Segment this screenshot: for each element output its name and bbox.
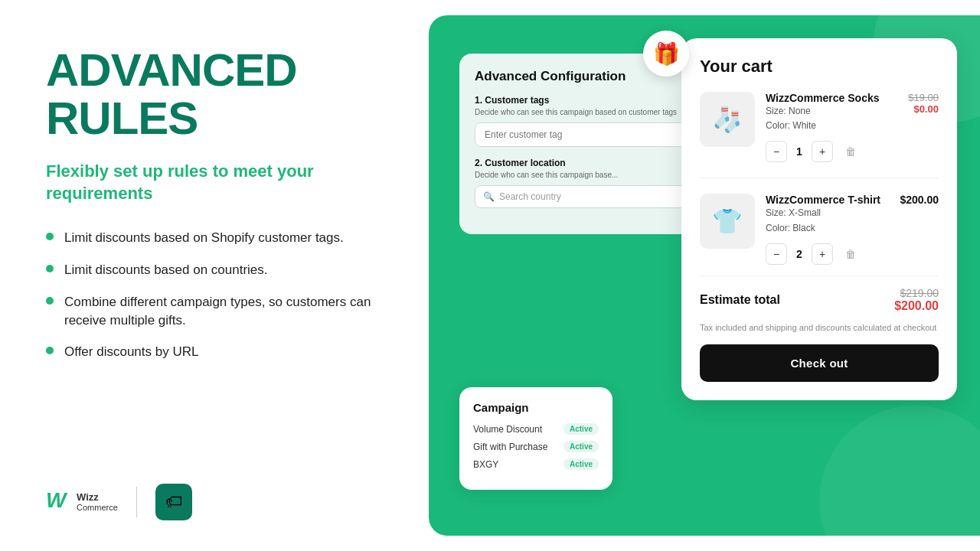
main-title: ADVANCED RULES bbox=[46, 46, 390, 142]
estimate-label: Estimate total bbox=[700, 293, 780, 307]
qty-control-socks: − 1 + 🗑 bbox=[766, 141, 939, 162]
price-original-socks: $19.00 bbox=[908, 92, 939, 103]
bullet-dot bbox=[46, 265, 54, 272]
country-search-input[interactable]: 🔍 Search country bbox=[475, 185, 689, 208]
campaign-title: Campaign bbox=[473, 401, 599, 414]
item-name-socks: WizzCommerce Socks bbox=[766, 92, 879, 104]
item-prices-tshirt: $200.00 bbox=[900, 194, 939, 206]
item-details-socks: WizzCommerce Socks Size: None Color: Whi… bbox=[766, 92, 939, 162]
left-content: ADVANCED RULES Flexibly set up rules to … bbox=[46, 46, 390, 361]
qty-control-tshirt: − 2 + 🗑 bbox=[766, 243, 939, 265]
discount-badge: 🏷 bbox=[155, 484, 192, 520]
deco-circle-bottom bbox=[819, 406, 980, 536]
qty-increase-tshirt[interactable]: + bbox=[812, 243, 833, 265]
qty-number-socks: 1 bbox=[793, 145, 805, 158]
list-item: Offer discounts by URL bbox=[46, 343, 390, 361]
price-discounted-socks: $0.00 bbox=[908, 103, 939, 115]
price-tshirt: $200.00 bbox=[900, 194, 939, 206]
right-panel: Advanced Configuration 1. Customer tags … bbox=[429, 15, 980, 536]
estimate-prices: $219.00 $200.00 bbox=[894, 287, 939, 313]
item-name-tshirt: WizzCommerce T-shirt bbox=[766, 194, 880, 206]
bullet-dot bbox=[46, 297, 54, 305]
item-size-tshirt: Size: X-Small bbox=[766, 206, 880, 220]
tax-note: Tax included and shipping and discounts … bbox=[700, 322, 939, 334]
bullet-list: Limit discounts based on Shopify custome… bbox=[46, 229, 390, 361]
item-info-tshirt: WizzCommerce T-shirt Size: X-Small Color… bbox=[766, 194, 880, 235]
item-prices-socks: $19.00 $0.00 bbox=[908, 92, 939, 115]
adv-config-section-tags: 1. Customer tags Decide who can see this… bbox=[475, 95, 689, 147]
active-badge-2: Active bbox=[564, 441, 599, 452]
campaign-name-1: Volume Discount bbox=[473, 424, 542, 435]
item-color-socks: Color: White bbox=[766, 119, 879, 133]
country-placeholder: Search country bbox=[499, 191, 561, 202]
svg-text:W: W bbox=[46, 489, 68, 510]
cart-card: Your cart 🧦 WizzCommerce Socks Size: Non… bbox=[681, 38, 957, 400]
item-image-socks: 🧦 bbox=[700, 92, 755, 147]
search-icon: 🔍 bbox=[483, 191, 495, 202]
campaign-name-3: BXGY bbox=[473, 459, 498, 470]
gift-circle: 🎁 bbox=[643, 31, 689, 77]
list-item: Combine different campaign types, so cus… bbox=[46, 293, 390, 330]
item-size-socks: Size: None bbox=[766, 104, 879, 119]
left-panel: ADVANCED RULES Flexibly set up rules to … bbox=[0, 0, 429, 551]
item-image-tshirt: 👕 bbox=[700, 194, 755, 249]
item-price-row-tshirt: WizzCommerce T-shirt Size: X-Small Color… bbox=[766, 194, 939, 235]
qty-number-tshirt: 2 bbox=[793, 248, 805, 260]
item-details-tshirt: WizzCommerce T-shirt Size: X-Small Color… bbox=[766, 194, 939, 264]
footer-divider bbox=[136, 487, 137, 517]
estimate-section: Estimate total $219.00 $200.00 bbox=[700, 287, 939, 313]
campaign-row-1: Volume Discount Active bbox=[473, 423, 599, 435]
cart-item-socks: 🧦 WizzCommerce Socks Size: None Color: W… bbox=[700, 92, 939, 178]
qty-decrease-tshirt[interactable]: − bbox=[766, 243, 787, 265]
wizzcommerce-logo: W Wizz Commerce bbox=[46, 489, 118, 516]
bullet-dot bbox=[46, 347, 54, 354]
list-item: Limit discounts based on Shopify custome… bbox=[46, 229, 390, 247]
item-price-row-socks: WizzCommerce Socks Size: None Color: Whi… bbox=[766, 92, 939, 133]
adv-config-section-location: 2. Customer location Decide who can see … bbox=[475, 158, 689, 208]
campaign-name-2: Gift with Purchase bbox=[473, 442, 547, 452]
campaign-card: Campaign Volume Discount Active Gift wit… bbox=[459, 387, 612, 490]
tshirt-icon: 👕 bbox=[712, 207, 743, 236]
bullet-dot bbox=[46, 233, 54, 240]
adv-section-label-tags: 1. Customer tags bbox=[475, 95, 689, 106]
socks-icon: 🧦 bbox=[712, 105, 743, 134]
logo-w: W bbox=[46, 489, 70, 516]
estimate-row: Estimate total $219.00 $200.00 bbox=[700, 287, 939, 313]
estimate-discounted: $200.00 bbox=[894, 299, 939, 313]
checkout-button[interactable]: Check out bbox=[700, 344, 939, 382]
logo-text: Wizz Commerce bbox=[77, 491, 118, 514]
item-color-tshirt: Color: Black bbox=[766, 221, 880, 236]
trash-icon-tshirt[interactable]: 🗑 bbox=[845, 248, 856, 260]
cart-item-tshirt: 👕 WizzCommerce T-shirt Size: X-Small Col… bbox=[700, 194, 939, 276]
qty-decrease-socks[interactable]: − bbox=[766, 141, 787, 162]
active-badge-3: Active bbox=[564, 458, 599, 470]
cart-title: Your cart bbox=[700, 57, 939, 77]
list-item: Limit discounts based on countries. bbox=[46, 261, 390, 279]
subtitle: Flexibly set up rules to meet your requi… bbox=[46, 161, 390, 204]
adv-section-desc-tags: Decide who can see this campaign based o… bbox=[475, 108, 689, 116]
advanced-config-card: Advanced Configuration 1. Customer tags … bbox=[459, 54, 704, 234]
adv-section-desc-location: Decide who can see this campaign base... bbox=[475, 171, 689, 179]
trash-icon-socks[interactable]: 🗑 bbox=[845, 145, 856, 158]
item-info-socks: WizzCommerce Socks Size: None Color: Whi… bbox=[766, 92, 879, 133]
estimate-original: $219.00 bbox=[894, 287, 939, 299]
active-badge-1: Active bbox=[564, 423, 599, 435]
campaign-row-2: Gift with Purchase Active bbox=[473, 441, 599, 452]
customer-tag-input[interactable] bbox=[475, 122, 689, 147]
left-footer: W Wizz Commerce 🏷 bbox=[46, 468, 390, 520]
adv-section-label-location: 2. Customer location bbox=[475, 158, 689, 168]
campaign-row-3: BXGY Active bbox=[473, 458, 599, 470]
qty-increase-socks[interactable]: + bbox=[812, 141, 833, 162]
